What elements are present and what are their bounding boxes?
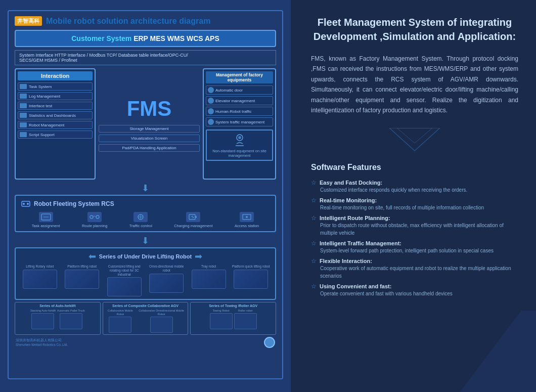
rcs-traffic-label: Traffic control xyxy=(129,224,152,228)
robot-platform-quick-img xyxy=(234,270,268,289)
feature-flexible-title: Flexible Interaction: xyxy=(320,258,372,264)
star-icon-4: ☆ xyxy=(311,240,317,247)
company-name-en: Shenzhen Wellwit Robotics Co.,Ltd. xyxy=(16,343,68,346)
towing-robots-row: Towing Robot Roller robot xyxy=(193,309,274,329)
fms-sub-storage: Storage Management xyxy=(99,125,200,133)
feature-convenient-title: Using Convenient and fast: xyxy=(320,283,391,289)
collab-mobile-img xyxy=(109,317,131,333)
robot-lifting-rotary: Lifting Rotary robot xyxy=(20,265,60,296)
feature-realtime-title: Real-time Monitoring: xyxy=(320,197,377,203)
company-logo2 xyxy=(264,337,275,348)
nonstandard-label: Non-standard equipment on site managemen… xyxy=(209,149,270,158)
mgmt-item-auto-door: Automatic door xyxy=(206,85,273,95)
human-label: Human-Robot traffic xyxy=(215,109,251,114)
under-drive-title-row: ⬅ Series of Under Drive Lifting Robot ➡ xyxy=(20,251,271,262)
bottom-group-composite: Series of Composite Collaborative AGV Co… xyxy=(103,302,189,334)
feature-traffic-title-row: ☆ Intelligent Traffic Management: xyxy=(311,240,518,247)
feature-route-title: Intelligent Route Planning: xyxy=(320,215,390,221)
robot-lifting-rotary-label: Lifting Rotary robot xyxy=(26,265,54,269)
forklift-robots-row: Stacking Auto-forklift Automatic Pallet … xyxy=(17,309,98,329)
auto-pallet: Automatic Pallet Truck xyxy=(57,309,85,329)
svg-point-1 xyxy=(238,136,241,139)
human-icon xyxy=(208,108,214,114)
interface-label: Interface test xyxy=(29,104,52,108)
svg-rect-13 xyxy=(195,216,197,218)
feature-flexible: ☆ Flexible Interaction: Cooperative work… xyxy=(311,257,518,280)
towing-group-title: Series of Towing /Roller AGV xyxy=(193,304,274,308)
rcs-items-row: Task assignment Route planning Traffic c… xyxy=(21,212,270,228)
rcs-section: Robot Fleeting System RCS Task assignmen… xyxy=(15,195,276,232)
robot-lifting-rotary-img xyxy=(23,270,57,289)
rcs-charging-icon xyxy=(186,212,200,222)
arrow-down-under: ⬇ xyxy=(15,235,276,246)
rcs-title: Robot Fleeting System RCS xyxy=(34,200,114,207)
svg-point-4 xyxy=(27,203,29,205)
feature-realtime-desc: Real-time monitoring on site, full recor… xyxy=(320,204,518,211)
mgmt-item-system: System traffic management xyxy=(206,117,273,126)
collab-mobile: Collaborative Mobile Robot xyxy=(105,309,136,332)
forklift-group-title: Series of Auto-forklift xyxy=(17,304,98,308)
robot-omni: Omni-directional mobile robot xyxy=(147,265,187,296)
roller-robot: Roller robot xyxy=(234,309,257,329)
diagram-title-row: 井智高科 Mobile robot solution architecture … xyxy=(15,16,276,26)
auto-door-icon xyxy=(208,87,214,93)
feature-convenient-desc: Operate convenient and fast with various… xyxy=(320,290,518,297)
right-panel: Fleet Management System of integrating D… xyxy=(291,0,536,311)
customer-system-title: Customer System ERP MES WMS WCS APS xyxy=(71,34,219,42)
task-icon xyxy=(20,84,27,89)
fms-section: Interaction Task System Log Management I… xyxy=(15,68,276,180)
mgmt-item-elevator: Elevator management xyxy=(206,96,273,105)
log-icon xyxy=(20,94,27,99)
under-drive-section: ⬅ Series of Under Drive Lifting Robot ➡ … xyxy=(15,247,276,300)
nonstandard-box: Non-standard equipment on site managemen… xyxy=(206,129,273,161)
fms-sub-visual: Visualization Screen xyxy=(99,135,200,142)
svg-point-3 xyxy=(23,203,25,205)
svg-marker-17 xyxy=(397,128,432,143)
diagram-container: 井智高科 Mobile robot solution architecture … xyxy=(8,10,283,379)
feature-traffic: ☆ Intelligent Traffic Management: System… xyxy=(311,240,518,254)
roller-robot-img xyxy=(234,313,257,329)
interaction-item-interface: Interface test xyxy=(18,102,93,110)
interaction-item-robot: Robot Management xyxy=(18,121,93,129)
feature-route-desc: Prior to dispatch route without obstacle… xyxy=(320,222,518,237)
star-icon-5: ☆ xyxy=(311,257,317,265)
rcs-access-icon xyxy=(240,212,254,222)
stats-icon xyxy=(20,113,27,118)
left-panel: 井智高科 Mobile robot solution architecture … xyxy=(0,0,291,392)
interface-row: System Interface HTTP Interface / Modbus… xyxy=(15,50,276,65)
feature-traffic-desc: System-level forward path protection, in… xyxy=(320,247,518,254)
rcs-item-charging: Charging management xyxy=(174,212,212,228)
feature-easy-docking-title: Easy and Fast Docking: xyxy=(320,180,382,186)
arrow-down-rcs: ⬇ xyxy=(15,183,276,194)
robot-tray-img xyxy=(192,270,226,289)
description-text: FMS, known as Factory Management System.… xyxy=(311,54,518,115)
interaction-item-task: Task System xyxy=(18,82,93,91)
fms-label: FMS xyxy=(127,97,172,121)
feature-realtime-title-row: ☆ Real-time Monitoring: xyxy=(311,197,518,204)
right-panel-wrapper: Fleet Management System of integrating D… xyxy=(291,0,536,392)
rcs-item-access: Access station xyxy=(235,212,259,228)
interaction-item-log: Log Management xyxy=(18,92,93,100)
rcs-title-row: Robot Fleeting System RCS xyxy=(21,199,270,209)
elevator-icon xyxy=(208,98,214,104)
collab-omni-label: Collaborative Omnidirectional Mobile Rob… xyxy=(137,309,186,316)
feature-easy-docking-desc: Customized interface responds quickly wh… xyxy=(320,186,518,194)
company-names: 深圳井智高科机器人有限公司 Shenzhen Wellwit Robotics … xyxy=(16,338,68,346)
rcs-route-icon xyxy=(87,212,102,222)
stacking-auto-img xyxy=(31,313,54,329)
svg-point-7 xyxy=(90,215,93,219)
feature-easy-docking-title-row: ☆ Easy and Fast Docking: xyxy=(311,179,518,186)
stacking-auto: Stacking Auto-forklift xyxy=(30,309,56,329)
robot-customized: Customized lifting and rotating robot fo… xyxy=(104,265,145,296)
towing-robot: Towing Robot xyxy=(210,309,233,329)
diagram-title: Mobile robot solution architecture diagr… xyxy=(46,17,210,26)
system-label: System traffic management xyxy=(215,120,264,124)
composite-group-title: Series of Composite Collaborative AGV xyxy=(105,304,186,308)
rcs-access-label: Access station xyxy=(235,224,259,228)
rcs-traffic-icon xyxy=(133,212,148,222)
robot-omni-img xyxy=(149,274,184,293)
stacking-auto-label: Stacking Auto-forklift xyxy=(30,309,56,313)
robot-mgmt-icon xyxy=(20,122,27,127)
arrow-left: ⬅ xyxy=(88,251,96,262)
mgmt-item-human: Human-Robot traffic xyxy=(206,107,273,116)
